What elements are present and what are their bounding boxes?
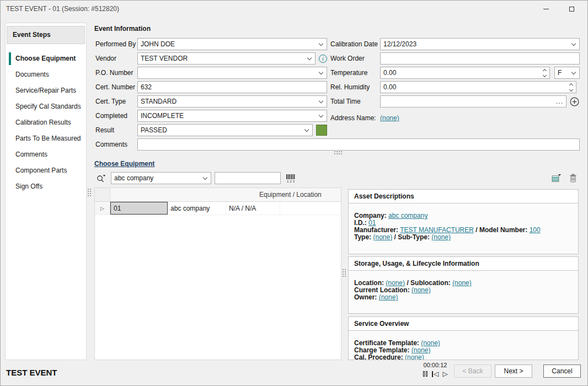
equipment-search-input[interactable] — [215, 172, 281, 184]
calibration-date-combo[interactable]: 12/12/2023 — [380, 38, 580, 50]
timer-controls: ◁ ▷ — [418, 371, 453, 377]
sidebar-item-choose-equipment[interactable]: Choose Equipment — [6, 51, 86, 67]
current-location-label: Current Location: — [354, 286, 410, 294]
performed-by-combo[interactable]: JOHN DOE — [137, 38, 327, 50]
certificate-template-label: Certificate Template: — [354, 339, 419, 347]
chevron-down-icon[interactable] — [301, 125, 312, 136]
event-information-heading: Event Information — [94, 25, 151, 33]
chevron-down-icon[interactable] — [316, 39, 327, 50]
back-button[interactable]: < Back — [454, 364, 491, 378]
current-location-link[interactable]: (none) — [411, 286, 431, 294]
manufacturer-label: Manufacturer: — [354, 226, 398, 234]
event-info-right-column: Calibration Date 12/12/2023 Work Order T… — [330, 38, 580, 122]
subtype-link[interactable]: (none) — [431, 233, 451, 241]
cert-number-row: Cert. Number — [95, 81, 327, 93]
type-link[interactable]: (none) — [373, 233, 392, 241]
vendor-label: Vendor — [95, 55, 137, 62]
work-order-row: Work Order — [330, 52, 580, 65]
sidebar-splitter-grip[interactable] — [88, 189, 92, 197]
sidebar-item-component-parts[interactable]: Component Parts — [6, 163, 86, 179]
equipment-id-cell[interactable]: 01 — [110, 202, 168, 215]
location-link[interactable]: (none) — [386, 279, 405, 287]
address-name-link[interactable]: (none) — [380, 114, 399, 122]
add-circle-icon[interactable] — [570, 97, 579, 106]
completed-combo[interactable]: INCOMPLETE — [137, 110, 327, 122]
sidebar-item-specify-cal-standards[interactable]: Specify Cal Standards — [6, 99, 86, 115]
model-number-link[interactable]: 100 — [530, 226, 541, 234]
po-number-combo[interactable] — [137, 67, 327, 79]
cert-number-label: Cert. Number — [95, 83, 137, 91]
cert-number-input[interactable] — [137, 81, 327, 93]
trash-icon[interactable] — [566, 171, 580, 185]
chevron-down-icon[interactable] — [568, 67, 579, 78]
grid-column-header[interactable]: Equipment / Location — [259, 188, 322, 202]
spinner-icon[interactable] — [539, 67, 549, 78]
total-time-input[interactable]: ... — [380, 95, 566, 108]
maximize-button[interactable] — [559, 1, 584, 17]
equipment-picker-icon[interactable] — [550, 171, 563, 185]
model-number-label: / Model Number: — [475, 226, 527, 234]
titlebar: TEST EVENT - 01 (Session: #512820) — [1, 1, 587, 17]
skip-to-start-icon[interactable]: ◁ — [432, 371, 439, 377]
next-button[interactable]: Next > — [495, 364, 532, 378]
search-icon[interactable] — [94, 171, 108, 185]
service-overview-body: Certificate Template: (none) Charge Temp… — [349, 331, 578, 360]
charge-template-label: Charge Template: — [354, 346, 409, 354]
address-name-label: Address Name: — [330, 114, 380, 122]
chevron-down-icon[interactable] — [304, 53, 315, 64]
equipment-row[interactable]: ▷ 01 abc company N/A / N/A — [95, 202, 341, 215]
equipment-location-cell[interactable]: N/A / N/A — [226, 202, 280, 215]
manufacturer-link[interactable]: TEST MANUFACTURER — [400, 226, 474, 234]
chevron-down-icon[interactable] — [200, 173, 211, 184]
vertical-splitter-grip[interactable] — [343, 269, 346, 277]
service-overview-title: Service Overview — [349, 317, 578, 331]
comments-input[interactable] — [137, 138, 580, 151]
ellipsis-button[interactable]: ... — [556, 98, 563, 105]
sublocation-link[interactable]: (none) — [452, 279, 472, 287]
pause-icon[interactable] — [423, 371, 428, 377]
sidebar-item-service-repair-parts[interactable]: Service/Repair Parts — [6, 83, 86, 99]
work-order-label: Work Order — [330, 55, 380, 62]
footer-bar: TEST EVENT 00:00:12 ◁ ▷ < Back Next > Ca… — [1, 359, 587, 385]
comments-row: Comments — [95, 138, 580, 151]
equipment-toolbar: abc company 1 2 3 — [94, 171, 580, 185]
temperature-unit-combo[interactable]: F — [554, 67, 580, 79]
info-icon[interactable]: i — [319, 55, 327, 63]
result-combo[interactable]: PASSED — [137, 124, 313, 136]
cert-type-combo[interactable]: STANDARD — [137, 95, 327, 108]
timer-block: 00:00:12 ◁ ▷ — [418, 362, 453, 377]
play-icon[interactable]: ▷ — [443, 371, 448, 377]
sidebar-item-sign-offs[interactable]: Sign Offs — [6, 179, 86, 195]
sidebar-item-comments[interactable]: Comments — [6, 147, 86, 163]
event-steps-header: Event Steps — [7, 26, 85, 44]
id-link[interactable]: 01 — [368, 219, 376, 227]
vendor-combo[interactable]: TEST VENDOR — [137, 52, 316, 65]
certificate-template-link[interactable]: (none) — [421, 339, 440, 347]
chevron-down-icon[interactable] — [316, 110, 327, 121]
company-filter-combo[interactable]: abc company — [111, 172, 211, 184]
temperature-input[interactable]: 0.00 — [380, 67, 550, 79]
spinner-icon[interactable] — [566, 82, 576, 93]
window-controls — [533, 1, 584, 17]
completed-label: Completed — [95, 112, 137, 120]
chevron-down-icon[interactable] — [316, 67, 327, 78]
event-steps-panel: Event Steps Choose Equipment Documents S… — [5, 23, 87, 360]
asset-descriptions-panel: Asset Descriptions Company: abc company … — [348, 189, 579, 254]
equipment-company-cell[interactable]: abc company — [168, 202, 226, 215]
rel-humidity-input[interactable]: 0.00 — [380, 81, 576, 93]
company-link[interactable]: abc company — [388, 212, 427, 219]
barcode-icon[interactable]: 1 2 3 — [284, 171, 297, 185]
sidebar-item-parts-to-be-measured[interactable]: Parts To Be Measured — [6, 131, 86, 147]
expand-row-icon[interactable]: ▷ — [95, 202, 110, 215]
owner-link[interactable]: (none) — [379, 293, 398, 301]
sidebar-item-documents[interactable]: Documents — [6, 67, 86, 83]
cancel-button[interactable]: Cancel — [543, 364, 581, 378]
chevron-down-icon[interactable] — [568, 39, 579, 50]
charge-template-link[interactable]: (none) — [411, 346, 431, 354]
sidebar-item-calibration-results[interactable]: Calibration Results — [6, 115, 86, 131]
minimize-button[interactable] — [533, 1, 559, 17]
horizontal-splitter-grip[interactable] — [334, 151, 343, 155]
work-order-input[interactable] — [380, 52, 580, 65]
storage-info-body: Location: (none) / Sublocation: (none) C… — [349, 271, 578, 304]
chevron-down-icon[interactable] — [316, 96, 327, 107]
